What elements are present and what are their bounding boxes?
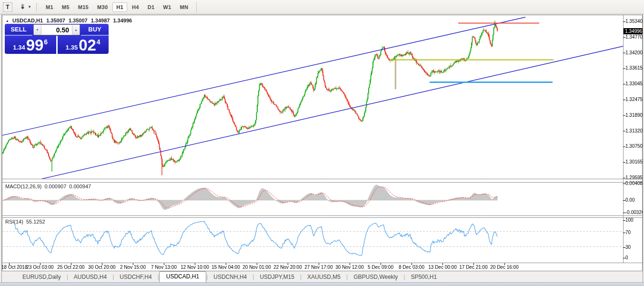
price-axis-label: 1.35340 xyxy=(625,19,643,24)
price-axis-label: 1.32475 xyxy=(625,97,643,102)
time-axis-label: 7 Nov 13:00 xyxy=(151,265,177,270)
buy-button[interactable]: BUY xyxy=(81,24,109,36)
time-axis-label: 12 Nov 10:00 xyxy=(181,265,209,270)
chart-tab-eurusd-daily[interactable]: EURUSD,Daily xyxy=(17,272,67,282)
ohlc-high: 1.35007 xyxy=(69,18,88,23)
chart-tab-usdcad-h1[interactable]: USDCAD,H1 xyxy=(159,271,206,283)
time-axis-label: 15 Nov 04:00 xyxy=(211,265,240,270)
chart-tab-gbpusd-weekly[interactable]: GBPUSD,Weekly xyxy=(348,272,403,282)
time-axis-label: 20 Dec 16:00 xyxy=(490,265,519,270)
objects-tool-button[interactable]: ▼ xyxy=(19,2,31,12)
ohlc-close: 1.34996 xyxy=(113,18,132,23)
timeframe-button-m15[interactable]: M15 xyxy=(74,3,92,11)
timeframe-button-m1[interactable]: M1 xyxy=(42,3,57,11)
time-axis-label: 5 Dec 09:00 xyxy=(368,265,393,270)
chart-tab-xauusd-m5[interactable]: XAUUSD,M5 xyxy=(302,272,346,282)
tab-list: EURUSD,Daily|AUDUSD,H4|USDCHF,H4|USDCAD,… xyxy=(17,271,443,282)
buy-price-prefix: 1.35 xyxy=(66,44,78,51)
timeframe-button-m5[interactable]: M5 xyxy=(58,3,73,11)
cycle-arrows-icon xyxy=(19,3,26,11)
chart-tab-usdjpy-m15[interactable]: USDJPY,M15 xyxy=(254,272,300,282)
current-price-tag: 1.34996 xyxy=(624,28,644,34)
rsi-axis-label: 30 xyxy=(625,245,631,250)
macd-main-value: 0.000907 xyxy=(44,184,66,189)
terminal-window: T ▼ M1M5M15M30H1H4D1W1MN ▲ USDCAD,H1 1.3… xyxy=(0,0,644,286)
toolbar-grip xyxy=(36,3,39,11)
buy-price-pip: 4 xyxy=(97,38,101,46)
collapse-panel-icon[interactable]: ▲ xyxy=(6,19,9,22)
rsi-axis-label: 0 xyxy=(625,255,628,260)
price-axis-label: 1.31320 xyxy=(625,129,643,133)
volume-increment-icon[interactable]: ▲ xyxy=(72,25,80,35)
time-axis-label: 20 Nov 01:00 xyxy=(242,265,271,270)
sell-price-pip: 6 xyxy=(44,38,48,46)
volume-spinner: ▼ 0.50 ▲ xyxy=(33,24,80,35)
price-axis-label: 1.29595 xyxy=(625,175,643,180)
price-axis-label: 1.33615 xyxy=(625,66,643,71)
chart-tab-bar: EURUSD,Daily|AUDUSD,H4|USDCHF,H4|USDCAD,… xyxy=(2,271,643,282)
price-axis-label: 1.34770 xyxy=(625,35,643,40)
toolbar: T ▼ M1M5M15M30H1H4D1W1MN xyxy=(0,0,644,14)
timeframe-button-mn[interactable]: MN xyxy=(176,3,192,11)
buy-price-display[interactable]: 1.35 02 4 xyxy=(58,36,109,54)
time-axis-label: 30 Oct 20:00 xyxy=(88,265,115,270)
ohlc-open: 1.35007 xyxy=(46,18,65,23)
price-axis-label: 1.30165 xyxy=(625,160,643,164)
time-axis-label: 2 Nov 15:00 xyxy=(120,265,146,270)
time-axis-label: 27 Nov 17:00 xyxy=(304,265,333,270)
text-tool-button[interactable]: T xyxy=(3,2,12,12)
price-axis-label: 1.34200 xyxy=(625,51,643,55)
dropdown-caret-icon: ▼ xyxy=(28,5,31,9)
toolbar-separator xyxy=(196,2,197,12)
timeframe-button-d1[interactable]: D1 xyxy=(144,3,159,11)
rsi-axis-label: 100 xyxy=(625,218,634,223)
sell-price-prefix: 1.34 xyxy=(13,44,25,51)
timeframe-toolbar: M1M5M15M30H1H4D1W1MN xyxy=(41,0,192,14)
sell-button[interactable]: SELL xyxy=(5,24,32,36)
macd-indicator-label: MACD(12,26,9) 0.000907 0.000947 xyxy=(5,184,91,189)
time-axis-label: 8 Dec 03:00 xyxy=(399,265,424,270)
time-axis-label: 23 Oct 03:00 xyxy=(26,265,53,270)
chart-tab-usdcnh-h4[interactable]: USDCNH,H4 xyxy=(208,272,252,282)
rsi-name: RSI(14) xyxy=(5,219,23,225)
chart-header: ▲ USDCAD,H1 1.35007 1.35007 1.34987 1.34… xyxy=(6,18,132,23)
chart-tab-audusd-h4[interactable]: AUDUSD,H4 xyxy=(68,272,112,282)
time-axis-label: 17 Dec 21:00 xyxy=(459,265,488,270)
time-axis-label: 18 Oct 2018 xyxy=(1,265,27,270)
time-axis-label: 22 Nov 20:00 xyxy=(273,265,302,270)
rsi-value: 55.1252 xyxy=(26,219,45,225)
volume-decrement-icon[interactable]: ▼ xyxy=(34,25,41,35)
rsi-axis-label: 70 xyxy=(625,230,631,235)
time-axis-label: 13 Dec 00:00 xyxy=(428,265,457,270)
rsi-indicator-label: RSI(14) 55.1252 xyxy=(5,219,45,225)
chart-symbol-period: USDCAD,H1 xyxy=(12,18,43,23)
buy-price-big: 02 xyxy=(79,38,96,52)
ohlc-low: 1.34987 xyxy=(91,18,110,23)
chart-tab-usdchf-h4[interactable]: USDCHF,H4 xyxy=(114,272,157,282)
sell-price-display[interactable]: 1.34 99 6 xyxy=(5,36,56,54)
timeframe-button-h4[interactable]: H4 xyxy=(128,3,143,11)
chart-tab-sp500-h1[interactable]: SP500,H1 xyxy=(405,272,443,282)
volume-input[interactable]: 0.50 xyxy=(41,25,72,35)
sell-price-big: 99 xyxy=(26,38,44,52)
timeframe-button-w1[interactable]: W1 xyxy=(159,3,175,11)
timeframe-button-h1[interactable]: H1 xyxy=(112,2,127,12)
timeframe-button-m30[interactable]: M30 xyxy=(93,3,111,11)
macd-axis-label: 0.004083 xyxy=(625,181,644,186)
macd-name: MACD(12,26,9) xyxy=(5,184,41,189)
price-axis-label: 1.30750 xyxy=(625,144,643,149)
price-axis-label: 1.33045 xyxy=(625,82,643,86)
status-strip xyxy=(0,282,644,286)
one-click-trading-widget: SELL ▼ 0.50 ▲ BUY 1.34 99 6 1.35 02 4 xyxy=(5,24,109,54)
time-axis-label: 25 Oct 22:00 xyxy=(57,265,84,270)
window-frame-left xyxy=(0,14,2,282)
macd-signal-value: 0.000947 xyxy=(69,184,91,189)
price-axis-label: 1.31890 xyxy=(625,113,643,118)
time-axis-label: 30 Nov 12:00 xyxy=(335,265,364,270)
macd-axis-label: -0.003262 xyxy=(625,210,644,215)
macd-axis-label: 0.00 xyxy=(625,198,634,203)
